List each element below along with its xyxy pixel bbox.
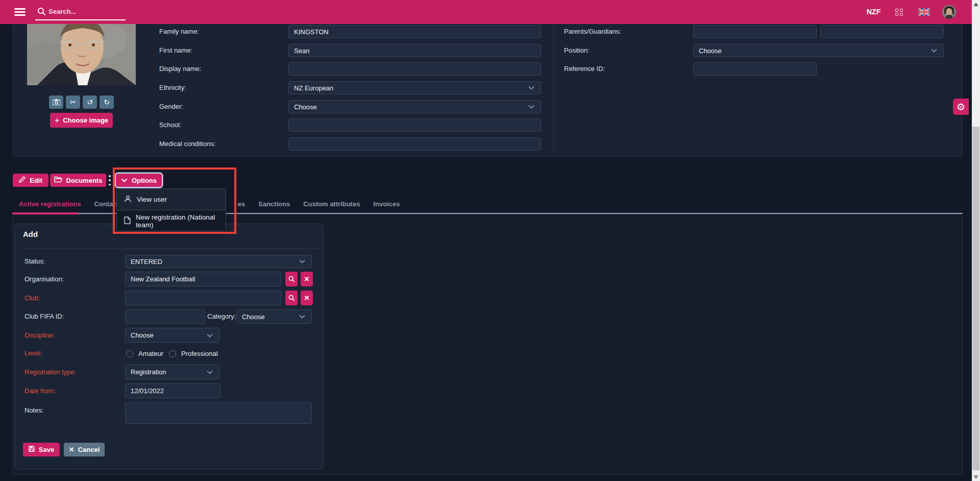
choose-image-button[interactable]: + Choose image xyxy=(50,113,113,128)
position-select[interactable]: Choose xyxy=(693,44,944,57)
org-code-button[interactable]: NZF xyxy=(867,0,880,24)
language-flag-icon[interactable] xyxy=(918,8,930,16)
documents-button[interactable]: Documents xyxy=(50,174,106,187)
club-input[interactable] xyxy=(125,291,281,305)
school-input[interactable] xyxy=(288,118,541,132)
global-search xyxy=(35,4,126,20)
parents-guardians-label: Parents/Guardians: xyxy=(564,25,621,38)
plus-icon: + xyxy=(55,116,59,125)
gender-label: Gender: xyxy=(159,100,183,113)
reference-id-label: Reference ID: xyxy=(564,62,605,76)
rotate-left-icon[interactable]: ↺ xyxy=(83,95,97,109)
level-professional-radio[interactable] xyxy=(169,350,176,357)
organisation-search-button[interactable] xyxy=(285,272,298,286)
cancel-button[interactable]: ✕ Cancel xyxy=(64,443,105,456)
medical-conditions-label: Medical conditions: xyxy=(159,137,216,151)
camera-icon[interactable] xyxy=(49,95,63,109)
search-input[interactable] xyxy=(48,6,122,17)
level-amateur-radio[interactable] xyxy=(126,350,133,357)
organisation-clear-button[interactable]: ✕ xyxy=(301,272,313,286)
club-clear-button[interactable]: ✕ xyxy=(301,291,313,305)
chevron-down-icon xyxy=(299,313,305,321)
player-photo xyxy=(27,24,136,85)
search-icon xyxy=(37,7,46,18)
discipline-select[interactable]: Choose xyxy=(125,328,219,343)
menu-item-new-registration[interactable]: New registration (National team) xyxy=(117,210,226,231)
level-professional-label[interactable]: Professional xyxy=(181,350,218,357)
level-label: Level: xyxy=(24,347,42,360)
registration-type-select[interactable]: Registration xyxy=(125,365,219,379)
notes-label: Notes: xyxy=(24,405,44,416)
date-from-input[interactable] xyxy=(125,383,220,398)
gender-select[interactable]: Choose xyxy=(288,100,541,113)
top-navbar: NZF xyxy=(0,0,980,24)
chevron-down-icon xyxy=(207,331,213,339)
rotate-right-icon[interactable]: ↻ xyxy=(100,95,114,109)
close-icon: ✕ xyxy=(69,446,75,453)
chevron-down-icon xyxy=(528,84,534,92)
parent2-input[interactable] xyxy=(820,25,944,38)
club-search-button[interactable] xyxy=(285,291,298,305)
chevron-down-icon xyxy=(207,368,213,376)
apps-grid-icon[interactable] xyxy=(895,9,903,16)
tab-custom-attributes[interactable]: Custom attributes xyxy=(297,199,366,213)
organisation-label: Organisation: xyxy=(24,272,64,286)
more-actions-dots-icon[interactable] xyxy=(108,175,111,185)
page-scrollbar[interactable] xyxy=(972,0,980,481)
chevron-down-icon xyxy=(931,47,937,55)
settings-gear-button[interactable]: ⚙ xyxy=(953,99,969,115)
first-name-label: First name: xyxy=(159,44,192,57)
notes-textarea[interactable] xyxy=(125,402,312,424)
user-avatar[interactable] xyxy=(942,5,956,19)
edit-button[interactable]: Edit xyxy=(13,174,48,187)
category-label: Category: xyxy=(207,309,233,324)
club-fifa-id-input[interactable] xyxy=(125,309,205,324)
options-button[interactable]: Options xyxy=(116,174,162,187)
player-profile-card: ✂ ↺ ↻ + Choose image Family name: First … xyxy=(12,24,963,157)
person-icon xyxy=(124,195,132,204)
status-select[interactable]: ENTERED xyxy=(125,255,312,268)
school-label: School: xyxy=(159,118,181,132)
category-select[interactable]: Choose xyxy=(236,309,312,324)
app-screen: NZF xyxy=(0,0,980,481)
chevron-down-icon xyxy=(299,258,305,266)
tab-sanctions[interactable]: Sanctions xyxy=(252,199,297,213)
tab-invoices[interactable]: Invoices xyxy=(366,199,406,213)
folder-icon xyxy=(54,176,62,184)
scrollbar-thumb[interactable] xyxy=(972,127,979,470)
save-floppy-icon xyxy=(29,446,35,453)
family-name-label: Family name: xyxy=(159,25,199,38)
chevron-down-icon xyxy=(528,103,534,111)
ethnicity-select[interactable]: NZ European xyxy=(288,81,541,94)
medical-conditions-input[interactable] xyxy=(288,137,541,151)
parent1-input[interactable] xyxy=(693,25,817,38)
crop-scissors-icon[interactable]: ✂ xyxy=(66,95,80,109)
add-registration-panel: Add Status: ENTERED Organisation: ✕ Club… xyxy=(14,224,324,469)
level-amateur-label[interactable]: Amateur xyxy=(138,350,163,357)
organisation-input[interactable] xyxy=(125,272,281,286)
hamburger-menu-icon[interactable] xyxy=(14,8,26,16)
club-label: Club: xyxy=(24,291,40,305)
pencil-icon xyxy=(19,176,26,184)
reference-id-input[interactable] xyxy=(693,62,817,76)
status-label: Status: xyxy=(24,255,45,268)
menu-item-view-user[interactable]: View user xyxy=(117,189,226,210)
club-fifa-id-label: Club FIFA ID: xyxy=(24,309,64,324)
family-name-input[interactable] xyxy=(288,25,541,38)
panel-divider xyxy=(22,249,319,249)
date-from-label: Date from: xyxy=(24,383,56,398)
position-label: Position: xyxy=(564,44,590,57)
gear-icon: ⚙ xyxy=(957,101,965,113)
image-toolbar: ✂ ↺ ↻ xyxy=(49,95,114,109)
tab-active-registrations[interactable]: Active registrations xyxy=(12,199,87,213)
scrollbar-down-arrow[interactable] xyxy=(972,473,980,481)
save-button[interactable]: Save xyxy=(23,443,60,456)
chevron-down-icon xyxy=(121,177,128,184)
scrollbar-up-arrow[interactable] xyxy=(972,0,980,8)
document-icon xyxy=(124,217,131,226)
display-name-label: Display name: xyxy=(159,62,201,76)
display-name-input[interactable] xyxy=(288,62,541,76)
search-underline xyxy=(35,19,126,20)
first-name-input[interactable] xyxy=(288,44,541,57)
ethnicity-label: Ethnicity: xyxy=(159,81,186,94)
